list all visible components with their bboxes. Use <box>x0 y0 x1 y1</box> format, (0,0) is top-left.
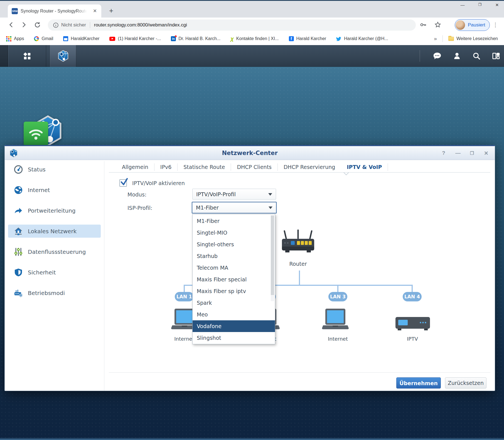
lan3-badge: LAN 3 <box>328 292 347 301</box>
sidebar-label: Betriebsmodi <box>28 290 65 296</box>
bookmark-xing[interactable]: χ Kontakte finden | XI... <box>230 36 279 41</box>
bookmark-gmail[interactable]: Gmail <box>34 36 53 41</box>
browser-maximize-icon[interactable]: ❐ <box>477 3 482 8</box>
tab-title: Synology Router - SynologyRoute <box>21 9 87 14</box>
gauge-icon <box>14 165 23 174</box>
iptv-box-illustration <box>395 316 431 331</box>
dropdown-option[interactable]: Starhub <box>193 250 275 262</box>
reload-icon[interactable] <box>33 20 42 29</box>
enable-checkbox-label: IPTV/VoIP aktivieren <box>132 180 185 186</box>
reset-button[interactable]: Zurücksetzen <box>445 377 486 389</box>
bookmark-label: Gmail <box>41 36 53 41</box>
router-gear-icon <box>14 288 23 298</box>
browser-close-icon[interactable]: ✕ <box>495 3 500 8</box>
sidebar-item-status[interactable]: Status <box>8 163 101 176</box>
bookmark-label: Dr. Harald B. Karch... <box>178 36 220 41</box>
maximize-icon[interactable]: ❐ <box>469 151 475 156</box>
router-drop-line <box>299 271 300 285</box>
dropdown-option[interactable]: Slingshot <box>193 332 275 344</box>
footer-divider <box>109 372 490 373</box>
apply-button[interactable]: Übernehmen <box>396 377 441 389</box>
tab-iptv-voip[interactable]: IPTV & VoIP <box>341 162 388 172</box>
sidebar-item-sicherheit[interactable]: Sicherheit <box>8 266 101 279</box>
divider <box>420 50 420 62</box>
lan4-riser <box>412 285 413 292</box>
dropdown-option[interactable]: Meo <box>193 309 275 320</box>
bookmark-label: Kontakte finden | XI... <box>236 36 279 41</box>
window-title: Netzwerk-Center <box>5 146 495 160</box>
close-icon[interactable]: ✕ <box>484 150 489 156</box>
tab-dhcp-clients[interactable]: DHCP Clients <box>231 162 277 172</box>
user-options-icon[interactable] <box>453 52 461 60</box>
new-tab-button[interactable]: + <box>109 7 113 14</box>
twitter-icon <box>336 36 341 41</box>
isp-profil-select[interactable]: M1-Fiber <box>192 202 277 213</box>
dropdown-option[interactable]: Singtel-others <box>193 239 275 250</box>
sidebar-item-lokales-netzwerk[interactable]: Lokales Netzwerk <box>8 225 101 238</box>
sidebar-item-betriebsmodi[interactable]: Betriebsmodi <box>8 286 101 299</box>
bookmark-linkedin[interactable]: in Dr. Harald B. Karch... <box>171 36 220 41</box>
lan4-badge: LAN 4 <box>403 292 422 301</box>
more-bookmarks[interactable]: Weitere Lesezeichen <box>448 36 498 41</box>
browser-menu-icon[interactable]: ⋮ <box>493 21 498 28</box>
info-icon[interactable] <box>53 22 59 28</box>
tab-dhcp-reservierung[interactable]: DHCP Reservierung <box>278 162 341 172</box>
network-center-taskbar-button[interactable] <box>50 45 76 67</box>
sidebar-divider <box>104 161 104 391</box>
divider <box>442 35 443 42</box>
search-icon[interactable] <box>472 52 481 60</box>
dropdown-scrollbar-thumb[interactable] <box>271 215 274 295</box>
browser-tab[interactable]: SRM Synology Router - SynologyRoute ✕ <box>8 4 101 18</box>
dropdown-option-highlighted[interactable]: Vodafone <box>193 320 275 332</box>
main-menu-button[interactable] <box>8 45 46 67</box>
window-titlebar[interactable]: Netzwerk-Center ? — ❐ ✕ <box>5 146 495 160</box>
url-text[interactable]: router.synology.com:8000/webman/index.cg… <box>94 22 187 28</box>
dropdown-option[interactable]: Maxis Fiber sp iptv <box>193 285 275 297</box>
widgets-icon[interactable] <box>492 52 500 60</box>
url-field[interactable]: Nicht sicher router.synology.com:8000/we… <box>48 19 416 31</box>
sidebar-item-portweiterleitung[interactable]: Portweiterleitung <box>8 204 101 217</box>
network-center-icon <box>57 50 69 62</box>
wifi-desktop-icon[interactable] <box>24 122 48 146</box>
profile-button[interactable]: Pausiert <box>455 19 490 31</box>
tab-statische-route[interactable]: Statische Route <box>178 162 231 172</box>
facebook-icon: f <box>289 36 294 41</box>
checkmark-icon <box>120 177 129 186</box>
modus-select[interactable]: IPTV/VoIP-Profil <box>192 189 276 200</box>
dropdown-option[interactable]: M1-Fiber <box>193 215 275 227</box>
bookmark-label: (1) Harald Karcher -... <box>118 36 161 41</box>
sidebar-item-internet[interactable]: Internet <box>8 183 101 196</box>
bookmark-apps[interactable]: Apps <box>6 36 24 41</box>
password-key-icon[interactable] <box>420 21 427 30</box>
bookmark-facebook[interactable]: f Harald Karcher <box>289 36 326 41</box>
bookmark-youtube[interactable]: (1) Harald Karcher -... <box>109 36 161 41</box>
dropdown-option[interactable]: Maxis Fiber special <box>193 274 275 285</box>
xing-icon: χ <box>230 36 234 41</box>
tab-close-icon[interactable]: ✕ <box>92 8 98 14</box>
browser-minimize-icon[interactable]: — <box>460 3 465 8</box>
dropdown-option[interactable]: Telecom MA <box>193 262 275 274</box>
show-desktop-button[interactable] <box>0 45 8 67</box>
lan1-badge: LAN 1 <box>175 292 194 301</box>
back-icon[interactable] <box>7 20 16 29</box>
tab-allgemein[interactable]: Allgemein <box>116 162 154 172</box>
sidebar-item-datenflusssteuerung[interactable]: Datenflusssteuerung <box>8 245 101 258</box>
sidebar-label: Datenflusssteuerung <box>28 249 86 255</box>
bookmark-haraldkarcher[interactable]: HaraldKarcher <box>63 36 99 41</box>
main-menu-icon <box>22 51 32 61</box>
minimize-icon[interactable]: — <box>455 150 460 156</box>
help-icon[interactable]: ? <box>441 150 446 156</box>
tab-ipv6[interactable]: IPv6 <box>154 162 177 172</box>
profile-label: Pausiert <box>465 22 489 28</box>
bookmark-twitter[interactable]: Harald Karcher (@H... <box>336 36 388 41</box>
bookmarks-overflow-chevron[interactable]: » <box>434 36 437 42</box>
bookmark-star-icon[interactable] <box>434 21 441 30</box>
linkedin-icon: in <box>171 36 176 41</box>
isp-profil-value: M1-Fiber <box>196 202 219 213</box>
security-label[interactable]: Nicht sicher <box>61 22 86 28</box>
sidebar-label: Internet <box>28 187 50 193</box>
notifications-icon[interactable] <box>433 51 442 60</box>
dropdown-option[interactable]: Spark <box>193 297 275 309</box>
dropdown-option[interactable]: Singtel-MIO <box>193 227 275 239</box>
forward-icon[interactable] <box>19 20 28 29</box>
